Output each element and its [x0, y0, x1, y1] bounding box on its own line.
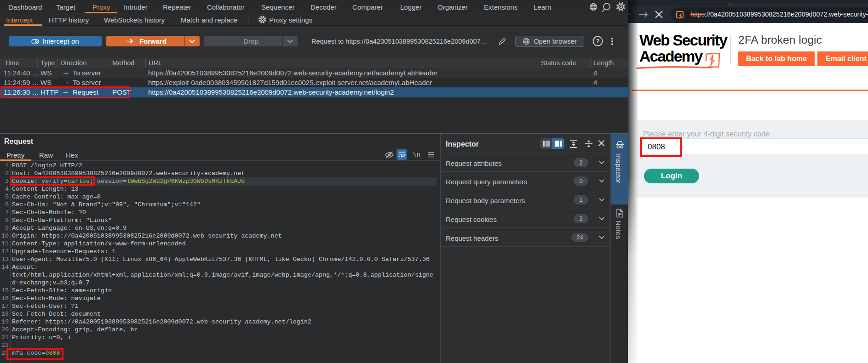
svg-text:?: ? [596, 38, 600, 45]
